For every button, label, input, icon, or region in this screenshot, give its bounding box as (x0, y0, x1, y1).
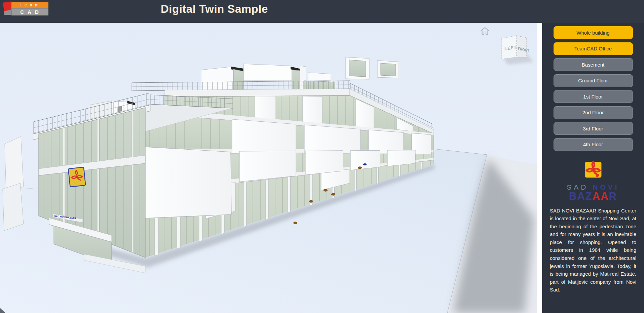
sidebar-button-whole-building[interactable]: Whole building (554, 26, 633, 39)
sidebar-button-teamcad-office[interactable]: TeamCAD Office (554, 42, 633, 55)
sidebar-button-4th-floor[interactable]: 4th Floor (554, 138, 633, 151)
viewport-3d[interactable]: SAD NOVI BAZAAR LEFT FRONT (0, 23, 537, 313)
logo-text-cad: CAD (11, 8, 48, 15)
logo-red-square (3, 1, 12, 11)
logo-text-team: team (11, 2, 48, 8)
sidebar-button-1st-floor[interactable]: 1st Floor (554, 90, 633, 103)
building-scene: SAD NOVI BAZAAR LEFT FRONT (0, 23, 537, 313)
floor-button-list: Whole buildingTeamCAD OfficeBasementGrou… (542, 23, 644, 151)
brand-bazaar-part: BAZ (569, 190, 593, 202)
viewport-gutter (537, 23, 542, 313)
brand-word-novi: NOVI (593, 183, 619, 191)
sidebar-button-2nd-floor[interactable]: 2nd Floor (554, 106, 633, 119)
sidebar-button-3rd-floor[interactable]: 3rd Floor (554, 122, 633, 135)
sidebar: Whole buildingTeamCAD OfficeBasementGrou… (542, 23, 644, 313)
brand-block: SAD NOVI BAZAAR (542, 160, 644, 201)
brand-word-sad: SAD (567, 183, 588, 191)
building-description: SAD NOVI BAZAAR Shopping Center is locat… (550, 207, 636, 294)
view-cube[interactable]: LEFT FRONT (502, 36, 533, 65)
brand-bazaar-part: AA (593, 190, 609, 202)
brand-bazaar-part: R (609, 190, 617, 202)
home-view-button[interactable] (481, 28, 489, 34)
app-header: team CAD Digital Twin Sample (0, 0, 644, 23)
sidebar-button-ground-floor[interactable]: Ground Floor (554, 74, 633, 87)
bazaar-flower-logo (583, 160, 603, 179)
page-title: Digital Twin Sample (161, 3, 268, 15)
teamcad-logo[interactable]: team CAD (3, 2, 50, 16)
brand-word-bazaar: BAZAAR (542, 191, 644, 201)
sidebar-button-basement[interactable]: Basement (554, 58, 633, 71)
